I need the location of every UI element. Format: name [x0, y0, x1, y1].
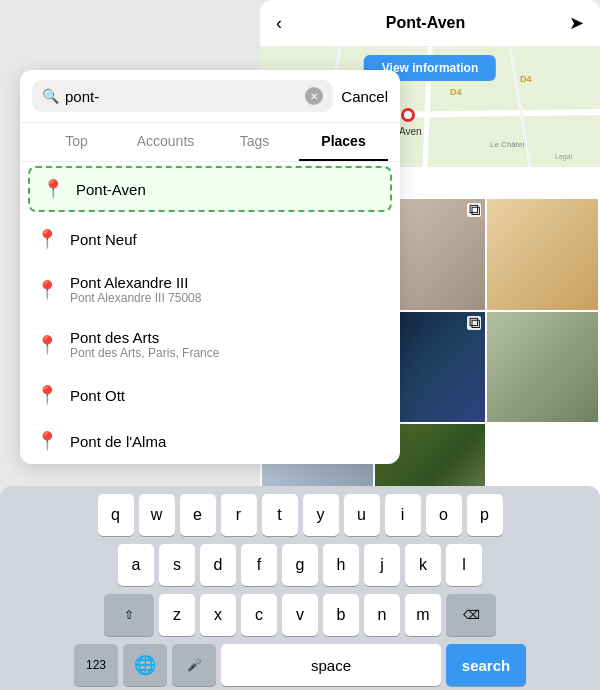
insta-header: ‹ Pont-Aven ➤ [260, 0, 600, 47]
result-name: Pont Alexandre III [70, 274, 201, 291]
svg-text:D4: D4 [450, 87, 462, 97]
key-z[interactable]: z [159, 594, 195, 636]
photo-cell[interactable] [487, 312, 598, 423]
search-result-item[interactable]: 📍 Pont des Arts Pont des Arts, Paris, Fr… [20, 317, 400, 372]
shift-key[interactable]: ⇧ [104, 594, 154, 636]
svg-text:Le Châtel: Le Châtel [490, 140, 524, 149]
cancel-button[interactable]: Cancel [341, 88, 388, 105]
search-key[interactable]: search [446, 644, 526, 686]
result-text: Pont de l'Alma [70, 433, 166, 450]
result-text: Pont Neuf [70, 231, 137, 248]
keyboard-row-3: ⇧ z x c v b n m ⌫ [4, 594, 596, 636]
key-b[interactable]: b [323, 594, 359, 636]
tab-places[interactable]: Places [299, 123, 388, 161]
search-icon: 🔍 [42, 88, 59, 104]
result-subtitle: Pont des Arts, Paris, France [70, 346, 219, 360]
result-name: Pont de l'Alma [70, 433, 166, 450]
search-panel: 🔍 ✕ Cancel Top Accounts Tags Places 📍 Po… [20, 70, 400, 464]
location-pin-icon: 📍 [36, 384, 56, 406]
keyboard-bottom-row: 123 🌐 🎤 space search [4, 644, 596, 686]
keyboard-row-2: a s d f g h j k l [4, 544, 596, 586]
space-key[interactable]: space [221, 644, 441, 686]
key-y[interactable]: y [303, 494, 339, 536]
clear-input-button[interactable]: ✕ [305, 87, 323, 105]
key-f[interactable]: f [241, 544, 277, 586]
location-pin-icon: 📍 [42, 178, 62, 200]
key-h[interactable]: h [323, 544, 359, 586]
search-input[interactable] [65, 88, 299, 105]
result-name: Pont Neuf [70, 231, 137, 248]
numbers-key[interactable]: 123 [74, 644, 118, 686]
result-name: Pont des Arts [70, 329, 219, 346]
key-u[interactable]: u [344, 494, 380, 536]
search-result-item[interactable]: 📍 Pont Ott [20, 372, 400, 418]
key-r[interactable]: r [221, 494, 257, 536]
result-subtitle: Pont Alexandre III 75008 [70, 291, 201, 305]
location-pin-icon: 📍 [36, 430, 56, 452]
tab-accounts[interactable]: Accounts [121, 123, 210, 161]
key-l[interactable]: l [446, 544, 482, 586]
key-g[interactable]: g [282, 544, 318, 586]
multi-photo-icon: ⧉ [467, 316, 481, 330]
key-n[interactable]: n [364, 594, 400, 636]
photo-cell[interactable] [487, 199, 598, 310]
svg-point-9 [404, 111, 412, 119]
svg-text:D4: D4 [520, 74, 532, 84]
search-result-item[interactable]: 📍 Pont-Aven [28, 166, 392, 212]
key-d[interactable]: d [200, 544, 236, 586]
result-text: Pont-Aven [76, 181, 146, 198]
svg-text:Legal: Legal [555, 153, 573, 161]
search-bar-row: 🔍 ✕ Cancel [20, 70, 400, 123]
key-a[interactable]: a [118, 544, 154, 586]
search-result-item[interactable]: 📍 Pont de l'Alma [20, 418, 400, 464]
key-t[interactable]: t [262, 494, 298, 536]
keyboard: q w e r t y u i o p a s d f g h j k l ⇧ … [0, 486, 600, 690]
back-arrow-icon[interactable]: ‹ [276, 13, 282, 34]
microphone-key[interactable]: 🎤 [172, 644, 216, 686]
key-e[interactable]: e [180, 494, 216, 536]
key-q[interactable]: q [98, 494, 134, 536]
globe-key[interactable]: 🌐 [123, 644, 167, 686]
key-x[interactable]: x [200, 594, 236, 636]
search-input-wrap[interactable]: 🔍 ✕ [32, 80, 333, 112]
key-j[interactable]: j [364, 544, 400, 586]
result-text: Pont Ott [70, 387, 125, 404]
key-c[interactable]: c [241, 594, 277, 636]
tab-tags[interactable]: Tags [210, 123, 299, 161]
keyboard-row-1: q w e r t y u i o p [4, 494, 596, 536]
page-title: Pont-Aven [386, 14, 465, 32]
result-name: Pont Ott [70, 387, 125, 404]
key-p[interactable]: p [467, 494, 503, 536]
search-result-item[interactable]: 📍 Pont Neuf [20, 216, 400, 262]
delete-key[interactable]: ⌫ [446, 594, 496, 636]
key-v[interactable]: v [282, 594, 318, 636]
location-pin-icon: 📍 [36, 334, 56, 356]
tab-top[interactable]: Top [32, 123, 121, 161]
search-tabs: Top Accounts Tags Places [20, 123, 400, 162]
result-name: Pont-Aven [76, 181, 146, 198]
location-pin-icon: 📍 [36, 279, 56, 301]
send-icon[interactable]: ➤ [569, 12, 584, 34]
key-o[interactable]: o [426, 494, 462, 536]
key-i[interactable]: i [385, 494, 421, 536]
key-s[interactable]: s [159, 544, 195, 586]
search-result-item[interactable]: 📍 Pont Alexandre III Pont Alexandre III … [20, 262, 400, 317]
key-m[interactable]: m [405, 594, 441, 636]
multi-photo-icon: ⧉ [467, 203, 481, 217]
key-w[interactable]: w [139, 494, 175, 536]
result-text: Pont Alexandre III Pont Alexandre III 75… [70, 274, 201, 305]
result-text: Pont des Arts Pont des Arts, Paris, Fran… [70, 329, 219, 360]
key-k[interactable]: k [405, 544, 441, 586]
search-results: 📍 Pont-Aven 📍 Pont Neuf 📍 Pont Alexandre… [20, 162, 400, 464]
location-pin-icon: 📍 [36, 228, 56, 250]
